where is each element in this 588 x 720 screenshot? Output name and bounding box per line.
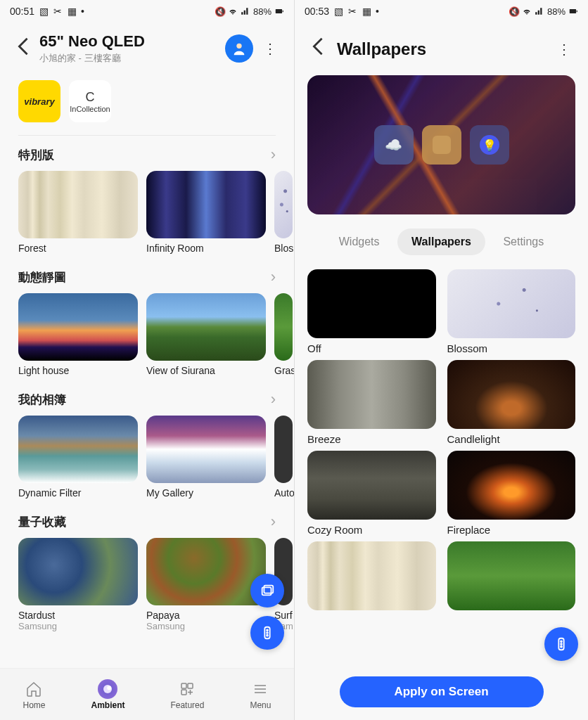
chevron-right-icon[interactable]: › [271,390,276,409]
wallpaper-item[interactable]: Blossom [447,269,576,354]
chevron-right-icon[interactable]: › [271,146,276,164]
app-vibrary[interactable]: vibrary [18,80,60,122]
thumb-item[interactable]: Light house [18,293,138,376]
thumb-row[interactable]: Light houseView of SiuranaGras [0,289,294,380]
bottom-nav: Home Ambient Featured Menu [0,668,294,720]
avatar[interactable] [225,34,253,63]
back-button[interactable] [14,34,32,64]
thumb-label: Blos [274,243,293,254]
wallpaper-thumb[interactable] [307,541,436,610]
thumb-item[interactable]: StardustSamsung [18,538,138,631]
section: 量子收藏›StardustSamsungPapayaSamsungSurfSam [0,503,294,636]
wallpaper-item[interactable] [447,541,576,615]
thumbnail[interactable] [274,416,293,483]
section-title: 我的相簿 [18,392,66,408]
battery-text: 88% [253,6,271,17]
fab-remote[interactable] [250,616,284,650]
chevron-right-icon[interactable]: › [271,513,276,531]
section-header[interactable]: 我的相簿› [0,385,294,411]
section-header[interactable]: 特別版› [0,140,294,167]
apply-button[interactable]: Apply on Screen [340,676,544,707]
tab-widgets[interactable]: Widgets [325,229,394,255]
svg-point-7 [267,632,268,634]
thumb-row[interactable]: StardustSamsungPapayaSamsungSurfSam [0,534,294,636]
thumb-item[interactable]: PapayaSamsung [146,538,266,631]
chevron-right-icon[interactable]: › [271,268,276,286]
tab-wallpapers[interactable]: Wallpapers [397,229,485,255]
fab-gallery[interactable] [250,574,284,608]
more-button[interactable]: ⋮ [260,34,280,63]
widget-weather[interactable]: ☁️ [374,125,414,165]
thumbnail[interactable] [18,416,138,483]
widget-light[interactable]: 💡 [470,125,509,165]
wallpaper-thumb[interactable] [307,269,436,338]
wallpaper-thumb[interactable] [307,360,436,429]
wifi-icon [522,6,532,16]
nav-featured[interactable]: Featured [170,679,204,710]
thumb-item[interactable]: Blos [274,171,293,254]
nav-ambient[interactable]: Ambient [91,679,124,710]
wallpaper-item[interactable]: Candlelight [447,360,576,445]
wallpaper-thumb[interactable] [447,451,576,520]
thumb-item[interactable]: Infinity Room [146,171,266,254]
section: 動態靜圖›Light houseView of SiuranaGras [0,258,294,380]
thumbnail[interactable] [18,171,138,238]
wallpaper-label: Breeze [307,433,436,445]
wallpaper-grid[interactable]: OffBlossomBreezeCandlelightCozy RoomFire… [295,261,588,615]
thumb-item[interactable]: My Gallery [146,416,266,499]
thumbnail[interactable] [146,171,266,238]
left-screen: 00:51 ▧ ✂ ▦ • 🔇 88% 65" Neo QLED 小旭的家 [0,0,294,720]
thumbnail[interactable] [146,293,266,361]
status-bar: 00:51 ▧ ✂ ▦ • 🔇 88% [0,0,294,22]
battery-text: 88% [547,6,565,17]
thumb-item[interactable]: Gras [274,293,294,376]
svg-point-17 [561,641,562,642]
thumb-item[interactable]: Auto [274,416,294,499]
section-header[interactable]: 量子收藏› [0,507,294,534]
signal-icon [241,6,250,16]
image-icon: ▧ [333,6,343,16]
thumb-label: Gras [274,365,294,376]
section-title: 動態靜圖 [18,269,66,285]
thumb-label: Infinity Room [146,243,266,254]
wallpaper-thumb[interactable] [447,360,576,429]
status-bar: 00:53 ▧ ✂ ▦ • 🔇 88% [295,0,588,22]
thumb-item[interactable]: View of Siurana [146,293,266,376]
thumb-row[interactable]: Dynamic FilterMy GalleryAuto [0,411,294,503]
wallpaper-label: Blossom [447,342,576,354]
thumb-row[interactable]: ForestInfinity RoomBlos [0,167,294,258]
thumbnail[interactable] [146,538,266,605]
thumb-label: View of Siurana [146,365,266,376]
thumb-item[interactable]: Forest [18,171,138,254]
widget-note[interactable] [422,125,461,165]
wallpaper-thumb[interactable] [447,269,576,338]
nav-home[interactable]: Home [23,679,45,710]
wallpaper-label: Cozy Room [307,524,436,536]
wallpaper-thumb[interactable] [307,451,436,520]
preview-hero[interactable]: ☁️ 💡 [307,75,575,214]
wallpaper-item[interactable]: Fireplace [447,451,576,536]
wallpaper-item[interactable]: Off [307,269,436,354]
nav-menu[interactable]: Menu [250,679,271,710]
back-button[interactable] [309,34,327,64]
more-dot: • [376,6,379,17]
tab-settings[interactable]: Settings [489,229,558,255]
more-button[interactable]: ⋮ [554,35,574,63]
thumb-item[interactable]: Dynamic Filter [18,416,138,499]
hero-widgets: ☁️ 💡 [374,125,509,165]
thumbnail[interactable] [274,171,293,238]
thumbnail[interactable] [18,293,138,361]
svg-point-19 [561,646,562,648]
app-incollection[interactable]: CInCollection [69,80,111,122]
thumbnail[interactable] [146,416,266,483]
wallpaper-item[interactable] [307,541,436,615]
wifi-icon [228,6,238,16]
wallpaper-thumb[interactable] [447,541,576,610]
wallpaper-item[interactable]: Breeze [307,360,436,445]
thumbnail[interactable] [18,538,138,605]
wallpaper-item[interactable]: Cozy Room [307,451,436,536]
section-header[interactable]: 動態靜圖› [0,262,294,289]
fab-remote[interactable] [544,627,578,661]
mute-icon: 🔇 [215,6,225,16]
thumbnail[interactable] [274,293,293,361]
